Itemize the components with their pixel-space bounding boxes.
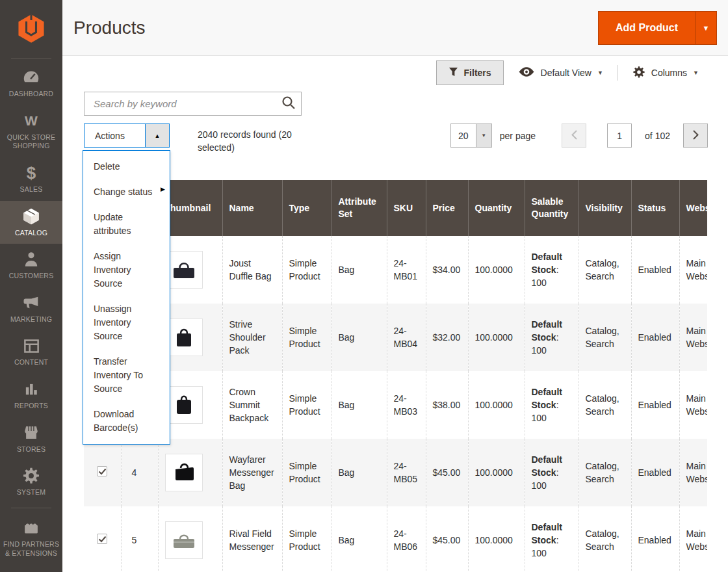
grid-controls: Filters Default View ▼ Columns ▼ (84, 60, 699, 86)
sidebar-item-dashboard[interactable]: DASHBOARD (0, 62, 62, 105)
view-label: Default View (541, 68, 592, 78)
magento-logo[interactable] (0, 0, 62, 57)
sidebar-nav: DASHBOARD W QUICK STORE SHOPPING $ SALES… (0, 62, 62, 564)
cell-attribute-set: Bag (332, 304, 387, 371)
sidebar-item-sales[interactable]: $ SALES (0, 157, 62, 201)
product-thumbnail (165, 318, 203, 356)
search-button[interactable] (278, 94, 299, 113)
cell-name: Strive Shoulder Pack (222, 304, 282, 371)
cell-attribute-set: Bag (332, 236, 387, 304)
cell-visibility: Catalog, Search (578, 506, 631, 572)
filter-icon (448, 67, 458, 79)
cell-attribute-set: Bag (332, 371, 387, 439)
cell-status: Enabled (631, 439, 679, 506)
cell-quantity: 100.0000 (468, 439, 525, 506)
cell-type: Simple Product (282, 439, 332, 506)
product-thumbnail (165, 454, 203, 491)
sidebar-item-customers[interactable]: CUSTOMERS (0, 244, 62, 287)
column-header-attribute-set[interactable]: Attribute Set (332, 180, 387, 236)
grid-toolbar: Actions ▲ 2040 records found (20 selecte… (84, 124, 708, 154)
products-grid: ID Thumbnail Name Type Attribute Set SKU… (84, 180, 707, 572)
page-number-input[interactable] (607, 124, 632, 148)
cell-price: $38.00 (426, 371, 468, 439)
person-icon (23, 250, 40, 269)
sidebar-item-content[interactable]: CONTENT (0, 330, 62, 374)
column-header-price[interactable]: Price (426, 180, 468, 236)
cell-websites: Main Website (679, 371, 707, 439)
add-product-button[interactable]: Add Product ▼ (598, 11, 717, 45)
sidebar-item-catalog[interactable]: CATALOG (0, 201, 62, 244)
column-header-type[interactable]: Type (282, 180, 332, 236)
cell-price: $45.00 (426, 439, 468, 506)
cell-price: $34.00 (426, 236, 468, 304)
sidebar-divider (11, 508, 51, 508)
cell-quantity: 100.0000 (468, 304, 525, 371)
gear-icon (632, 66, 645, 81)
cell-salable-quantity: Default Stock: 100 (525, 371, 578, 439)
menu-item-transfer-inventory-to-source[interactable]: Transfer Inventory To Source (83, 349, 170, 402)
table-row[interactable]: 1 Joust Duffle Bag Simple Product Bag 24… (84, 236, 707, 304)
cell-websites: Main Website (679, 506, 707, 572)
cell-visibility: Catalog, Search (578, 371, 631, 439)
caret-down-icon[interactable]: ▼ (476, 124, 491, 147)
cell-type: Simple Product (282, 506, 332, 572)
row-checkbox[interactable] (97, 534, 107, 544)
menu-item-assign-inventory-source[interactable]: Assign Inventory Source (83, 244, 170, 296)
menu-item-unassign-inventory-source[interactable]: Unassign Inventory Source (83, 296, 170, 349)
records-count: 2040 records found (20 selected) (198, 129, 313, 154)
sidebar-item-reports[interactable]: REPORTS (0, 374, 62, 417)
search-input[interactable] (84, 92, 302, 116)
per-page-label: per page (500, 131, 536, 141)
column-header-sku[interactable]: SKU (387, 180, 426, 236)
column-header-quantity[interactable]: Quantity (468, 180, 525, 236)
menu-item-change-status[interactable]: Change status ▶ (83, 179, 170, 205)
sidebar-item-stores[interactable]: STORES (0, 417, 62, 461)
columns-control[interactable]: Columns ▼ (632, 66, 699, 81)
table-row[interactable]: 4 Wayfarer Messenger Bag Simple Product … (84, 439, 707, 506)
add-product-caret-icon[interactable]: ▼ (695, 12, 716, 44)
submenu-arrow-icon: ▶ (161, 185, 165, 194)
next-page-button[interactable] (683, 124, 708, 148)
magento-admin: DASHBOARD W QUICK STORE SHOPPING $ SALES… (0, 0, 728, 572)
bar-chart-icon (23, 380, 40, 399)
table-row[interactable]: 3 Crown Summit Backpack Simple Product B… (84, 371, 707, 439)
per-page-select[interactable]: 20 ▼ (450, 124, 492, 148)
add-product-label[interactable]: Add Product (599, 12, 695, 44)
column-header-status[interactable]: Status (631, 180, 679, 236)
cell-name: Joust Duffle Bag (222, 236, 282, 304)
cell-status: Enabled (631, 304, 679, 371)
sidebar-item-quick-store-shopping[interactable]: W QUICK STORE SHOPPING (0, 105, 62, 157)
view-switcher[interactable]: Default View ▼ (518, 66, 603, 79)
column-header-websites[interactable]: Websites (679, 180, 707, 236)
cell-name: Crown Summit Backpack (222, 371, 282, 439)
actions-dropdown-menu: Delete Change status ▶ Update attributes… (83, 150, 170, 445)
sidebar-item-find-partners[interactable]: FIND PARTNERS & EXTENSIONS (0, 512, 62, 564)
menu-item-delete[interactable]: Delete (83, 154, 170, 179)
page-total-label: of 102 (645, 131, 670, 141)
table-row[interactable]: 2 Strive Shoulder Pack Simple Product Ba… (84, 304, 707, 371)
w-icon: W (25, 111, 38, 131)
content: Filters Default View ▼ Columns ▼ (62, 56, 728, 572)
cell-websites: Main Website (679, 236, 707, 304)
menu-item-download-barcodes[interactable]: Download Barcode(s) (83, 402, 170, 441)
menu-item-update-attributes[interactable]: Update attributes (83, 205, 170, 244)
table-row[interactable]: 5 Rival Field Messenger Simple Product B… (84, 506, 707, 572)
chevron-right-icon (692, 129, 699, 142)
row-checkbox[interactable] (97, 466, 107, 476)
caret-up-icon[interactable]: ▲ (145, 124, 169, 147)
cell-websites: Main Website (679, 439, 707, 506)
column-header-name[interactable]: Name (222, 180, 282, 236)
filters-button[interactable]: Filters (436, 60, 504, 85)
column-header-salable-quantity[interactable]: Salable Quantity (525, 180, 578, 236)
actions-dropdown-button[interactable]: Actions ▲ (84, 124, 170, 148)
sidebar-item-system[interactable]: SYSTEM (0, 460, 62, 504)
per-page-value[interactable]: 20 (451, 124, 476, 147)
storefront-icon (22, 423, 40, 443)
actions-label[interactable]: Actions (84, 124, 145, 147)
magento-logo-icon (16, 14, 46, 44)
cell-salable-quantity: Default Stock: 100 (525, 506, 578, 572)
previous-page-button[interactable] (562, 124, 586, 148)
column-header-visibility[interactable]: Visibility (578, 180, 631, 236)
cell-attribute-set: Bag (332, 439, 387, 506)
sidebar-item-marketing[interactable]: MARKETING (0, 287, 62, 331)
